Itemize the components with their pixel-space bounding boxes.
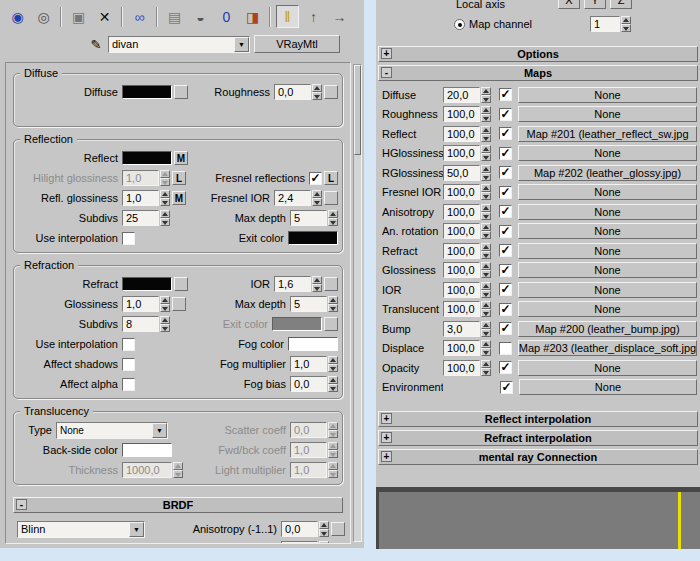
brdf-type-combobox[interactable]: Blinn ▼ — [17, 521, 145, 538]
refraction-max-depth-spinner[interactable] — [328, 296, 338, 312]
refraction-use-interpolation-checkbox[interactable] — [122, 338, 135, 351]
map-amount-field[interactable]: 100,0 — [443, 106, 480, 122]
roughness-map-shortcut-button[interactable] — [324, 85, 338, 99]
map-enable-checkbox[interactable] — [499, 166, 512, 179]
map-button[interactable]: Map #200 (leather_bump.jpg) — [518, 321, 697, 337]
map-enable-checkbox[interactable] — [499, 283, 512, 296]
map-button[interactable]: None — [519, 379, 697, 395]
rotation-field[interactable]: 0,0 — [281, 541, 318, 544]
map-amount-field[interactable]: 50,0 — [443, 165, 480, 181]
map-amount-spinner[interactable] — [481, 321, 491, 337]
map-amount-field[interactable]: 100,0 — [443, 340, 480, 356]
collapse-icon[interactable]: - — [381, 67, 392, 78]
map-enable-checkbox[interactable] — [499, 147, 512, 160]
map-enable-checkbox[interactable] — [499, 303, 512, 316]
axis-y-button[interactable]: Y — [584, 0, 606, 9]
reflection-subdivs-spinner[interactable] — [160, 210, 170, 226]
refraction-max-depth-field[interactable]: 5 — [290, 296, 327, 312]
affect-alpha-checkbox[interactable] — [122, 378, 135, 391]
make-material-copy-icon[interactable]: ∞ — [128, 5, 151, 28]
map-button[interactable]: None — [518, 360, 697, 376]
refraction-glossiness-shortcut-button[interactable] — [172, 297, 186, 311]
reflection-subdivs-field[interactable]: 25 — [122, 210, 159, 226]
expand-icon[interactable]: + — [381, 48, 392, 59]
map-amount-field[interactable]: 100,0 — [443, 262, 480, 278]
map-channel-radio[interactable] — [454, 19, 465, 30]
refraction-subdivs-spinner[interactable] — [160, 316, 170, 332]
chevron-down-icon[interactable]: ▼ — [234, 37, 249, 52]
refl-glossiness-spinner[interactable] — [160, 190, 170, 206]
map-amount-spinner[interactable] — [481, 145, 491, 161]
refract-map-shortcut-button[interactable] — [174, 277, 188, 291]
map-button[interactable]: None — [518, 262, 697, 278]
put-material-to-scene-icon[interactable]: ◎ — [32, 5, 55, 28]
map-amount-spinner[interactable] — [481, 282, 491, 298]
map-amount-field[interactable]: 100,0 — [443, 282, 480, 298]
refraction-subdivs-field[interactable]: 8 — [122, 316, 159, 332]
translucency-type-combobox[interactable]: None ▼ — [56, 422, 168, 439]
fresnel-ior-spinner[interactable] — [312, 190, 322, 206]
diffuse-map-shortcut-button[interactable] — [174, 85, 188, 99]
map-enable-checkbox[interactable] — [499, 264, 512, 277]
map-amount-field[interactable]: 100,0 — [443, 243, 480, 259]
refraction-glossiness-spinner[interactable] — [160, 296, 170, 312]
map-enable-checkbox[interactable] — [499, 186, 512, 199]
map-button[interactable]: None — [518, 301, 697, 317]
backside-color-swatch[interactable] — [122, 443, 172, 457]
go-forward-icon[interactable]: → — [328, 5, 351, 28]
reset-map-icon[interactable]: ✕ — [93, 5, 116, 28]
map-enable-checkbox[interactable] — [499, 342, 512, 355]
reflection-max-depth-field[interactable]: 5 — [290, 210, 327, 226]
reflect-map-m-button[interactable]: M — [174, 151, 188, 165]
diffuse-color-swatch[interactable] — [122, 85, 172, 99]
material-name-combobox[interactable]: divan ▼ — [108, 36, 250, 53]
refl-glossiness-field[interactable]: 1,0 — [122, 190, 159, 206]
axis-z-button[interactable]: Z — [610, 0, 632, 9]
map-amount-field[interactable]: 100,0 — [443, 360, 480, 376]
map-amount-spinner[interactable] — [481, 360, 491, 376]
chevron-down-icon[interactable]: ▼ — [152, 423, 167, 438]
map-amount-field[interactable]: 100,0 — [443, 145, 480, 161]
map-amount-spinner[interactable] — [481, 184, 491, 200]
map-amount-field[interactable]: 100,0 — [443, 204, 480, 220]
refract-interpolation-rollout-header[interactable]: + Refract interpolation — [378, 430, 698, 446]
collapse-icon[interactable]: - — [16, 499, 27, 510]
viewport-area[interactable] — [376, 487, 700, 549]
map-button[interactable]: Map #202 (leather_glossy.jpg) — [518, 165, 697, 181]
refract-color-swatch[interactable] — [122, 277, 172, 291]
expand-icon[interactable]: + — [381, 432, 392, 443]
fresnel-reflections-checkbox[interactable] — [309, 172, 322, 185]
fog-multiplier-field[interactable]: 1,0 — [290, 356, 327, 372]
map-enable-checkbox[interactable] — [499, 361, 512, 374]
get-material-icon[interactable]: ◉ — [6, 5, 29, 28]
anisotropy-shortcut-button[interactable] — [331, 522, 345, 536]
map-amount-spinner[interactable] — [481, 204, 491, 220]
anisotropy-field[interactable]: 0,0 — [281, 521, 318, 537]
reflect-color-swatch[interactable] — [122, 151, 172, 165]
anisotropy-spinner[interactable] — [319, 521, 329, 537]
reflection-use-interpolation-checkbox[interactable] — [122, 232, 135, 245]
map-channel-spinner[interactable] — [621, 16, 631, 32]
map-button[interactable]: None — [518, 184, 697, 200]
map-enable-checkbox[interactable] — [499, 244, 512, 257]
map-button[interactable]: Map #203 (leather_displace_soft.jpg — [518, 340, 697, 356]
reflection-exit-color-swatch[interactable] — [288, 231, 338, 245]
map-amount-spinner[interactable] — [481, 223, 491, 239]
scrollbar-thumb[interactable] — [354, 65, 361, 155]
chevron-down-icon[interactable]: ▼ — [129, 522, 144, 537]
show-end-result-icon[interactable]: ‖ — [276, 5, 299, 28]
map-amount-field[interactable]: 100,0 — [443, 126, 480, 142]
map-amount-spinner[interactable] — [481, 243, 491, 259]
map-amount-spinner[interactable] — [481, 301, 491, 317]
ior-spinner[interactable] — [312, 276, 322, 292]
map-amount-field[interactable]: 100,0 — [443, 301, 480, 317]
map-button[interactable]: None — [518, 243, 697, 259]
map-enable-checkbox[interactable] — [499, 205, 512, 218]
fog-bias-spinner[interactable] — [328, 376, 338, 392]
map-amount-spinner[interactable] — [481, 106, 491, 122]
map-channel-field[interactable]: 1 — [590, 16, 620, 32]
ior-field[interactable]: 1,6 — [274, 276, 311, 292]
go-to-parent-icon[interactable]: ↑ — [302, 5, 325, 28]
mental-ray-connection-rollout-header[interactable]: + mental ray Connection — [378, 449, 698, 465]
map-button[interactable]: None — [518, 145, 697, 161]
